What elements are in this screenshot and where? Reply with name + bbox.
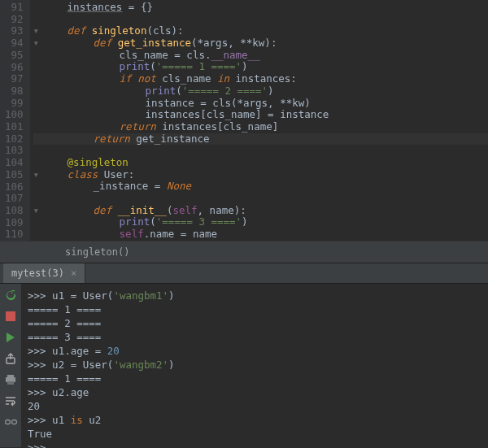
console-line: ===== 2 ==== [28,316,481,330]
tab-mytest[interactable]: mytest(3) × [3,263,85,283]
code-line[interactable]: _instance = None [33,181,488,193]
line-number: 99 [5,98,24,110]
code-line[interactable]: instances = {} [33,2,488,14]
breadcrumb-text: singleton() [65,246,129,258]
code-line[interactable] [33,145,488,157]
stop-icon[interactable] [4,310,17,323]
line-number: 94 [5,37,24,50]
svg-rect-4 [7,381,14,385]
console-line: ===== 1 ==== [28,372,481,385]
code-line[interactable] [33,193,488,205]
line-number: 106 [5,181,24,194]
line-number: 93 [5,25,24,37]
code-line[interactable]: print('===== 2 ====') [33,85,488,98]
line-number: 109 [5,217,24,229]
line-number-gutter: 9192939495969798991001011021031041051061… [0,0,30,241]
console-line: >>> [28,441,481,448]
console-tabbar: mytest(3) × [0,263,488,284]
console-line: >>> u2 = User('wangbm2') [28,358,481,372]
close-icon[interactable]: × [71,267,76,279]
svg-rect-2 [7,375,14,377]
console-line: >>> u1 is u2 [28,413,481,427]
print-icon[interactable] [4,373,17,386]
rerun-icon[interactable] [4,289,17,302]
play-icon[interactable] [4,331,17,344]
code-line[interactable]: return get_instance [33,133,488,146]
fold-icon[interactable]: ▾ [33,25,41,37]
line-number: 107 [5,193,24,205]
console-line: >>> u2.age [28,385,481,399]
line-number: 91 [5,2,24,14]
svg-rect-5 [5,420,10,424]
code-editor[interactable]: 9192939495969798991001011021031041051061… [0,0,488,241]
svg-rect-6 [11,420,16,424]
code-line[interactable]: ▾def singleton(cls): [33,25,488,37]
console-toolstrip [0,284,21,447]
link-icon[interactable] [4,415,17,428]
line-number: 103 [5,145,24,157]
line-number: 95 [5,50,24,62]
svg-rect-0 [6,311,15,321]
line-number: 101 [5,121,24,133]
code-line[interactable]: instances[cls_name] = instance [33,109,488,121]
line-number: 105 [5,169,24,181]
console-line: True [28,427,481,441]
line-number: 92 [5,14,24,26]
export-icon[interactable] [4,352,17,365]
breadcrumb[interactable]: singleton() [0,241,488,263]
code-line[interactable]: if not cls_name in instances: [33,73,488,85]
code-line[interactable]: self.name = name [33,228,488,241]
line-number: 110 [5,228,24,241]
console-panel: >>> u1 = User('wangbm1')===== 1 ========… [0,284,488,447]
wrap-icon[interactable] [4,394,17,407]
code-line[interactable]: @singleton [33,157,488,169]
code-line[interactable]: instance = cls(*args, **kw) [33,98,488,110]
code-line[interactable]: print('===== 3 ====') [33,216,488,228]
console-line: ===== 1 ==== [28,302,481,316]
code-line[interactable]: return instances[cls_name] [33,121,488,133]
console-line: 20 [28,399,481,413]
console-output[interactable]: >>> u1 = User('wangbm1')===== 1 ========… [21,284,488,447]
line-number: 100 [5,109,24,121]
line-number: 98 [5,85,24,98]
line-number: 96 [5,62,24,74]
line-number: 104 [5,157,24,169]
console-line: >>> u1.age = 20 [28,344,481,358]
code-line[interactable]: ▾def get_instance(*args, **kw): [33,37,488,50]
line-number: 97 [5,73,24,85]
code-area[interactable]: instances = {} ▾def singleton(cls):▾def … [30,0,488,241]
tab-label: mytest(3) [11,267,64,279]
line-number: 108 [5,205,24,217]
line-number: 102 [5,133,24,146]
code-line[interactable]: print('===== 1 ====') [33,61,488,73]
console-line: ===== 3 ==== [28,330,481,344]
console-line: >>> u1 = User('wangbm1') [28,289,481,302]
fold-icon[interactable]: ▾ [33,37,41,50]
